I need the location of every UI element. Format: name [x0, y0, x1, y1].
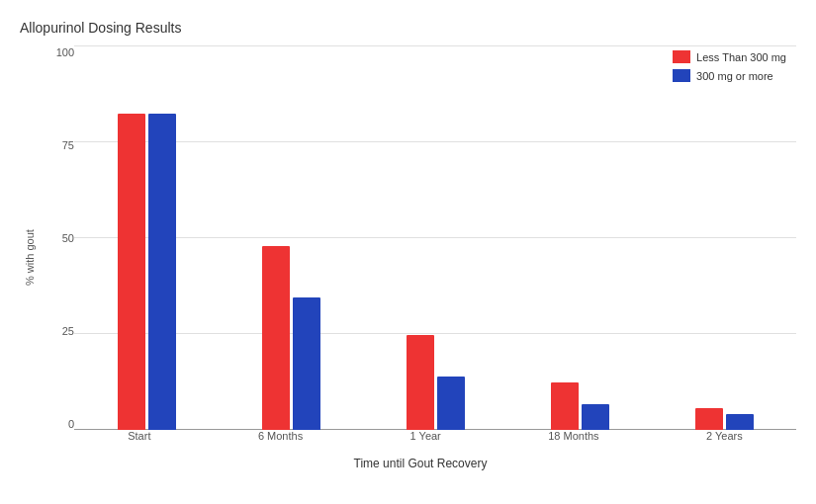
- y-axis-label: % with gout: [20, 45, 40, 470]
- bar-group-18months: [551, 382, 609, 430]
- bar-group-start: [118, 114, 176, 430]
- bar-6m-red: [262, 246, 290, 430]
- y-ticks: 0 25 50 75 100: [45, 45, 74, 455]
- bar-group-2years: [695, 408, 754, 430]
- bar-6m-blue: [293, 297, 320, 430]
- bar-start-blue: [148, 114, 176, 430]
- bar-2y-red: [695, 408, 723, 430]
- x-label-18months: 18 Months: [548, 430, 598, 442]
- y-tick-50: 50: [62, 233, 74, 244]
- chart-inner: Less Than 300 mg 300 mg or more 0 25 50 …: [45, 45, 796, 470]
- x-label-1year: 1 Year: [410, 430, 441, 442]
- bar-18m-blue: [582, 404, 609, 430]
- grid-bars-wrapper: 0 25 50 75 100: [45, 45, 796, 455]
- chart-area: % with gout Less Than 300 mg 300 mg or m…: [20, 45, 796, 470]
- bars-row: [74, 45, 796, 430]
- chart-container: Allopurinol Dosing Results % with gout L…: [0, 0, 816, 504]
- bars-and-grid: Start 6 Months 1 Year 18 Months 2 Years: [74, 45, 796, 455]
- y-tick-100: 100: [56, 47, 74, 58]
- x-label-6months: 6 Months: [258, 430, 303, 442]
- y-tick-75: 75: [62, 140, 74, 151]
- bar-2y-blue: [726, 414, 754, 430]
- bar-1y-blue: [437, 377, 465, 430]
- x-axis-title: Time until Gout Recovery: [45, 457, 796, 470]
- x-axis-labels: Start 6 Months 1 Year 18 Months 2 Years: [74, 430, 796, 455]
- x-label-start: Start: [128, 430, 150, 442]
- bar-group-6months: [262, 246, 320, 430]
- x-label-2years: 2 Years: [706, 430, 743, 442]
- bar-start-red: [118, 114, 145, 430]
- y-tick-25: 25: [62, 326, 74, 337]
- bar-group-1year: [407, 335, 465, 430]
- bar-1y-red: [407, 335, 434, 430]
- bar-18m-red: [551, 382, 579, 430]
- chart-title: Allopurinol Dosing Results: [20, 20, 796, 36]
